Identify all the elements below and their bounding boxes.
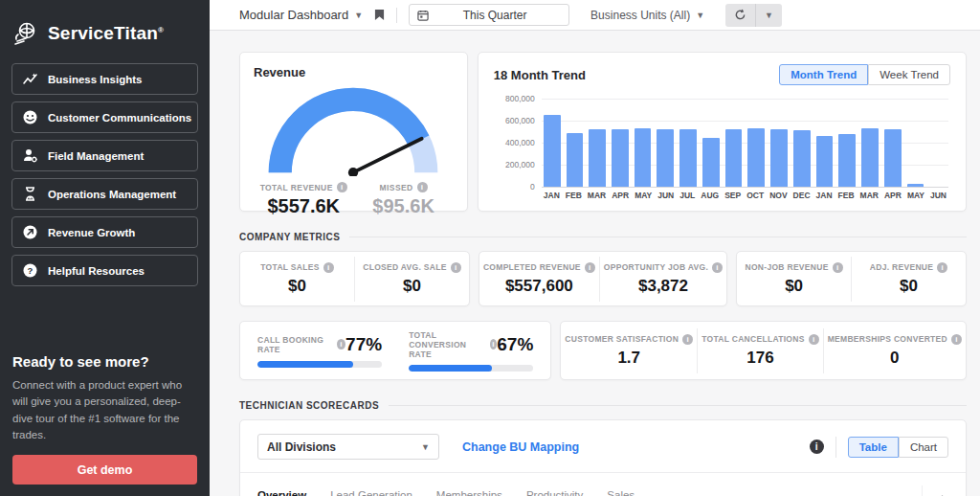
x-axis-tick: FEB — [838, 191, 855, 200]
x-axis-tick: AUG — [701, 191, 719, 200]
business-units-selector[interactable]: Business Units (All) ▼ — [590, 9, 704, 22]
metric-label: TOTAL CONVERSION RATE — [409, 330, 486, 359]
cta-body: Connect with a product expert who will g… — [12, 377, 197, 443]
x-axis-tick: OCT — [746, 191, 764, 200]
refresh-options-button[interactable]: ▼ — [756, 4, 782, 27]
metric-label: COMPLETED REVENUE — [483, 262, 581, 272]
info-icon[interactable] — [585, 262, 595, 273]
metric-value: 67% — [497, 334, 533, 355]
missed-revenue-stat: MISSED $95.6K — [353, 182, 453, 217]
bookmark-icon[interactable] — [374, 9, 385, 21]
metric-value: 0 — [828, 349, 962, 368]
bar — [635, 128, 652, 187]
trend-card: 18 Month Trend Month Trend Week Trend 02… — [478, 52, 967, 212]
sidebar-item-label: Field Management — [48, 150, 144, 162]
metric-label: CUSTOMER SATISFACTION — [565, 334, 679, 344]
metric-label: ADJ. REVENUE — [870, 262, 933, 272]
gauge-needle — [353, 139, 422, 172]
logo-text: ServiceTitan® — [48, 23, 164, 44]
hourglass-icon — [22, 186, 38, 202]
date-range-picker[interactable]: This Quarter — [409, 4, 569, 26]
sidebar-item-label: Operations Management — [48, 189, 176, 200]
sidebar-item-label: Revenue Growth — [48, 227, 135, 238]
sidebar-item-label: Helpful Resources — [48, 265, 145, 277]
date-range-value: This Quarter — [429, 9, 561, 22]
x-axis-tick: APR — [884, 191, 902, 200]
bar — [884, 129, 902, 187]
x-axis-tick: MAY — [907, 191, 924, 200]
sidebar-nav: Business Insights Customer Communication… — [0, 63, 210, 286]
sidebar-item-customer-communications[interactable]: Customer Communications — [11, 101, 198, 133]
x-axis-tick: JUN — [930, 191, 947, 200]
tab-sales[interactable]: Sales — [607, 489, 635, 496]
info-icon[interactable] — [682, 334, 693, 345]
y-axis-tick: 800,000 — [505, 94, 535, 103]
chart-view-button[interactable]: Chart — [899, 437, 948, 458]
get-demo-button[interactable]: Get demo — [12, 455, 197, 485]
x-axis-tick: DEC — [793, 191, 811, 200]
x-axis-tick: JUL — [679, 191, 695, 200]
adj-revenue-metric: ADJ. REVENUE $0 — [851, 257, 966, 302]
y-axis-tick: 600,000 — [505, 116, 535, 125]
question-circle-icon: ? — [22, 262, 38, 279]
metric-label: CLOSED AVG. SALE — [363, 262, 446, 272]
info-icon[interactable] — [810, 440, 824, 454]
sidebar-item-revenue-growth[interactable]: Revenue Growth — [11, 216, 198, 248]
chevron-down-icon[interactable]: ▼ — [354, 11, 363, 20]
metric-label: OPPORTUNITY JOB AVG. — [604, 262, 708, 272]
info-icon[interactable] — [937, 262, 947, 273]
info-icon[interactable] — [712, 262, 723, 273]
sidebar-item-field-management[interactable]: Field Management — [11, 140, 198, 171]
sidebar-item-business-insights[interactable]: Business Insights — [11, 63, 198, 95]
info-icon[interactable] — [337, 339, 345, 349]
refresh-button[interactable] — [725, 4, 755, 27]
sales-metrics-card: TOTAL SALES $0 CLOSED AVG. SALE $0 — [239, 251, 470, 306]
y-axis-tick: 0 — [530, 182, 535, 192]
total-cancellations-metric: TOTAL CANCELLATIONS 176 — [697, 328, 823, 373]
info-icon[interactable] — [833, 262, 843, 273]
smiley-icon — [22, 109, 38, 125]
info-icon[interactable] — [323, 262, 334, 273]
completed-revenue-metric: COMPLETED REVENUE $557,600 — [479, 257, 599, 302]
tab-memberships[interactable]: Memberships — [436, 489, 502, 496]
info-icon[interactable] — [417, 182, 428, 192]
metric-value: $0 — [856, 277, 962, 296]
controls-divider — [835, 437, 836, 458]
bar — [793, 130, 811, 187]
info-icon[interactable] — [451, 262, 461, 273]
refresh-button-group: ▼ — [725, 4, 782, 27]
chevron-down-icon: ▼ — [765, 11, 773, 20]
info-icon[interactable] — [337, 182, 347, 192]
x-axis-tick: MAY — [635, 191, 652, 200]
arrow-up-circle-icon — [22, 224, 38, 240]
tab-productivity[interactable]: Productivity — [526, 489, 583, 496]
table-view-button[interactable]: Table — [848, 437, 899, 458]
demo-cta: Ready to see more? Connect with a produc… — [0, 353, 210, 496]
sidebar-item-operations-management[interactable]: Operations Management — [11, 178, 198, 210]
month-trend-button[interactable]: Month Trend — [779, 64, 868, 85]
cta-heading: Ready to see more? — [12, 353, 197, 370]
info-icon[interactable] — [951, 334, 962, 345]
divisions-select[interactable]: All Divisions ▼ — [257, 434, 439, 460]
technician-scorecards-heading: TECHNICIAN SCORECARDS — [239, 400, 967, 411]
revenue-gauge — [254, 83, 454, 176]
dashboard-content: Revenue TOTAL REVENUE $557.6K — [210, 31, 980, 496]
bar — [679, 129, 697, 187]
metric-label: NON-JOB REVENUE — [746, 262, 829, 272]
change-bu-mapping-link[interactable]: Change BU Mapping — [462, 440, 579, 454]
info-icon[interactable] — [809, 334, 819, 345]
bar — [770, 129, 788, 187]
tab-overview[interactable]: Overview — [257, 489, 306, 496]
view-toggle: Table Chart — [848, 437, 948, 458]
trend-plot: 0200,000400,000600,000800,000 — [542, 99, 948, 187]
tab-lead-generation[interactable]: Lead Generation — [330, 489, 412, 496]
info-icon[interactable] — [490, 339, 498, 349]
trend-card-title: 18 Month Trend — [494, 68, 586, 82]
download-icon[interactable] — [922, 485, 948, 496]
bar — [657, 129, 674, 187]
divisions-select-value: All Divisions — [267, 440, 336, 454]
dashboard-selector[interactable]: Modular Dashboard — [239, 8, 348, 22]
sidebar-item-helpful-resources[interactable]: ? Helpful Resources — [11, 255, 198, 286]
week-trend-button[interactable]: Week Trend — [868, 64, 950, 85]
metric-value: $0 — [244, 277, 350, 296]
